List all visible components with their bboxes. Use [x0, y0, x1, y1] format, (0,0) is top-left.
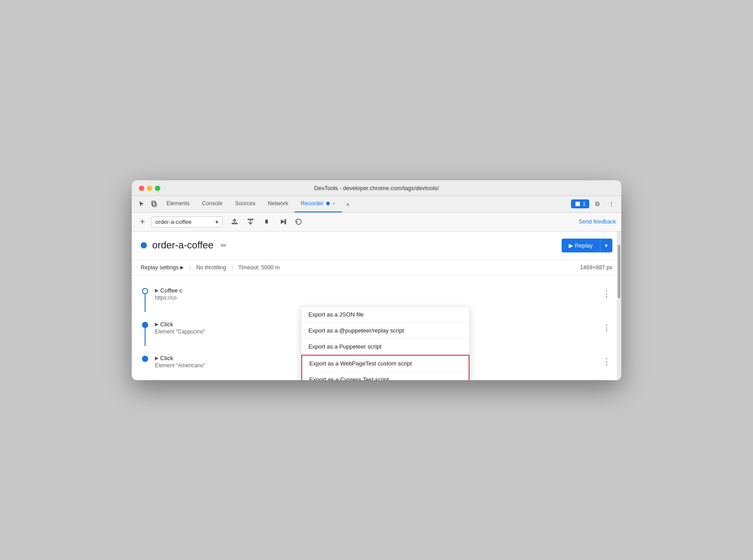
- recorder-tab-close[interactable]: ×: [332, 201, 335, 206]
- recording-header: order-a-coffee ✏ ▶ Replay ▾: [132, 231, 621, 260]
- devtools-window: DevTools - developer.chrome.com/tags/dev…: [132, 180, 621, 380]
- svg-rect-3: [575, 202, 580, 206]
- import-button[interactable]: [244, 215, 257, 228]
- tab-elements[interactable]: Elements: [160, 195, 196, 212]
- scrollbar[interactable]: [617, 231, 621, 380]
- replay-dropdown-button[interactable]: ▾: [600, 239, 612, 252]
- export-puppeteer-replay-item[interactable]: Export as a @puppeteer/replay script: [301, 323, 470, 339]
- recording-selector-value: order-a-coffee: [155, 219, 191, 225]
- replay-button-group: ▶ Replay ▾: [562, 239, 612, 252]
- recording-indicator: [141, 242, 147, 248]
- recording-selector-chevron: ▾: [215, 219, 219, 225]
- settings-right: 1469×887 px: [580, 264, 612, 271]
- delete-button[interactable]: [260, 215, 273, 228]
- add-recording-button[interactable]: +: [137, 217, 148, 227]
- minimize-button[interactable]: [147, 186, 152, 191]
- export-puppeteer-item[interactable]: Export as a Puppeteer script: [301, 339, 470, 355]
- more-tabs-icon[interactable]: »: [342, 198, 354, 210]
- resolution-value: 1469×887 px: [580, 264, 612, 271]
- recorder-toolbar: + order-a-coffee ▾: [132, 213, 621, 231]
- replay-button[interactable]: ▶ Replay: [562, 239, 600, 252]
- step-content-1: ▶ Coffee c https://co: [155, 287, 595, 301]
- export-button[interactable]: [228, 215, 241, 228]
- step-circle-1: [142, 288, 148, 294]
- tab-recorder[interactable]: Recorder ×: [295, 195, 342, 212]
- settings-icon[interactable]: ⚙: [591, 198, 603, 210]
- step-circle-3: [142, 356, 148, 362]
- cursor-icon[interactable]: [135, 198, 148, 210]
- notification-button[interactable]: 1: [571, 199, 589, 208]
- tab-sources[interactable]: Sources: [229, 195, 262, 212]
- svg-rect-0: [153, 203, 156, 207]
- traffic-lights: [139, 186, 160, 191]
- step-timeline-1: [141, 287, 150, 312]
- step-expand-1[interactable]: ▶: [155, 288, 158, 293]
- step-circle-2: [142, 322, 148, 328]
- svg-rect-5: [248, 219, 253, 220]
- step-more-button-3[interactable]: ⋮: [601, 355, 612, 368]
- step-timeline-3: [141, 355, 150, 362]
- export-json-item[interactable]: Export as a JSON file: [301, 307, 470, 323]
- svg-point-2: [326, 202, 330, 205]
- replay-icon-small[interactable]: [292, 215, 305, 228]
- scrollbar-thumb[interactable]: [618, 245, 620, 298]
- toolbar-actions: [228, 215, 305, 228]
- highlighted-export-group: Export as a WebPageTest custom script Ex…: [301, 355, 470, 380]
- recording-selector[interactable]: order-a-coffee ▾: [151, 216, 223, 227]
- tab-console[interactable]: Console: [196, 195, 229, 212]
- export-webpagetest-item[interactable]: Export as a WebPageTest custom script: [302, 356, 469, 372]
- step-title-1: ▶ Coffee c: [155, 287, 595, 294]
- settings-bar: Replay settings ▶ | No throttling | Time…: [132, 260, 621, 276]
- step-more-button-1[interactable]: ⋮: [601, 287, 612, 300]
- export-cypress-item[interactable]: Export as a Cypress Test script: [302, 372, 469, 380]
- step-button[interactable]: [276, 215, 289, 228]
- tab-network[interactable]: Network: [262, 195, 295, 212]
- copy-icon[interactable]: [148, 198, 160, 210]
- window-title: DevTools - developer.chrome.com/tags/dev…: [314, 185, 439, 191]
- replay-dropdown-icon: ▾: [605, 242, 608, 249]
- title-bar: DevTools - developer.chrome.com/tags/dev…: [132, 180, 621, 196]
- send-feedback-link[interactable]: Send feedback: [579, 219, 616, 225]
- svg-marker-6: [281, 219, 285, 224]
- close-button[interactable]: [139, 186, 144, 191]
- svg-rect-4: [232, 223, 237, 224]
- step-expand-2[interactable]: ▶: [155, 321, 158, 327]
- devtools-more-icon[interactable]: ⋮: [605, 198, 618, 210]
- step-more-button-2[interactable]: ⋮: [601, 321, 612, 334]
- maximize-button[interactable]: [155, 186, 160, 191]
- step-subtitle-1: https://co: [155, 295, 595, 301]
- step-expand-3[interactable]: ▶: [155, 355, 158, 361]
- step-line-2: [145, 328, 146, 346]
- svg-rect-7: [285, 219, 286, 224]
- devtools-right-actions: 1 ⚙ ⋮: [571, 198, 618, 210]
- timeout-value: Timeout: 5000 m: [238, 264, 279, 271]
- svg-rect-1: [152, 201, 155, 205]
- step-line-1: [145, 294, 146, 312]
- recording-title: order-a-coffee: [152, 239, 214, 251]
- edit-name-icon[interactable]: ✏: [221, 241, 227, 250]
- recorder-main: order-a-coffee ✏ ▶ Replay ▾ Replay setti…: [132, 231, 621, 380]
- step-timeline-2: [141, 321, 150, 346]
- settings-label[interactable]: Replay settings ▶: [141, 264, 184, 271]
- export-dropdown-menu: Export as a JSON file Export as a @puppe…: [301, 306, 470, 380]
- devtools-tab-bar: Elements Console Sources Network Recorde…: [132, 196, 621, 213]
- throttling-value: No throttling: [196, 264, 226, 271]
